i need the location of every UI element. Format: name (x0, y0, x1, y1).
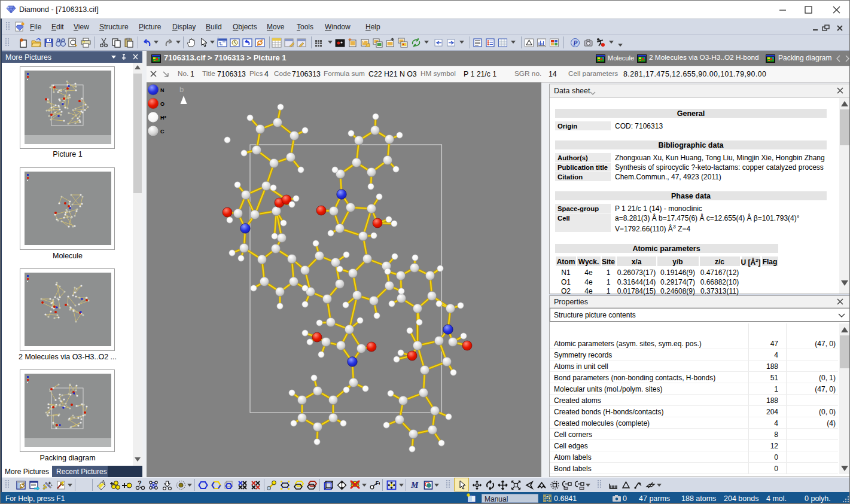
svg-text:O: O (160, 101, 164, 107)
svg-text:Fe: Fe (376, 480, 380, 486)
svg-text:?: ? (138, 480, 142, 487)
svg-text:M: M (410, 481, 419, 490)
svg-text:C: C (160, 129, 164, 135)
svg-text:b: b (179, 85, 184, 94)
svg-text:P: P (573, 39, 578, 47)
svg-text:H*: H* (160, 115, 166, 121)
svg-text:N: N (160, 87, 164, 93)
